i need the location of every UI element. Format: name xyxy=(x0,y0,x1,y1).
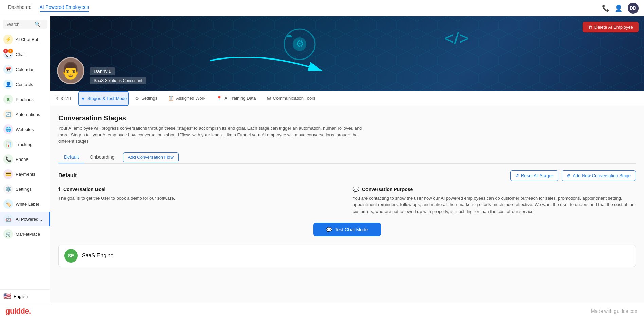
saas-engine-row: SE SaaS Engine xyxy=(58,245,636,267)
chat-bubble-icon: 💬 xyxy=(353,186,359,193)
sidebar-item-pipelines[interactable]: $ Pipelines xyxy=(0,92,50,107)
sidebar-item-contacts[interactable]: 👤 Contacts xyxy=(0,77,50,92)
sidebar-item-ai-powered[interactable]: 🤖 AI Powered... xyxy=(0,212,50,226)
sidebar-item-ai-chat-bot[interactable]: ⚡ AI Chat Bot xyxy=(0,32,50,47)
phone-icon[interactable]: 📞 xyxy=(602,4,609,12)
conversation-purpose-card: 💬 Conversation Purpose You are contactin… xyxy=(353,186,636,215)
conversation-stages-desc: Your AI employee will progress conversat… xyxy=(58,125,364,145)
add-conversation-flow-button[interactable]: Add Conversation Flow xyxy=(123,152,179,162)
goal-card-header: ℹ Conversation Goal xyxy=(58,186,342,193)
language-label: English xyxy=(14,294,28,299)
contacts-icon: 👤 xyxy=(3,80,13,89)
saas-engine-avatar: SE xyxy=(64,249,78,263)
tab-assigned-work-label: Assigned Work xyxy=(176,96,205,101)
info-icon: ℹ xyxy=(58,186,60,193)
sidebar: 🔍 ⚡ AI Chat Bot 💬 Chat 1 1 📅 Calendar xyxy=(0,16,50,303)
goal-card-body: The goal is to get the User to book a de… xyxy=(58,195,342,202)
sub-tabs: Default Onboarding Add Conversation Flow xyxy=(58,152,636,164)
conversation-goal-card: ℹ Conversation Goal The goal is to get t… xyxy=(58,186,342,215)
profile-details: Danny 6 SaaS Solutions Consultant xyxy=(90,67,146,84)
chat-mode-icon: 💬 xyxy=(326,227,332,232)
sidebar-item-chat[interactable]: 💬 Chat 1 1 xyxy=(0,47,50,62)
refresh-icon: ↺ xyxy=(515,173,519,178)
guidde-logo: guidde. xyxy=(5,307,31,316)
ai-chat-bot-icon: ⚡ xyxy=(3,35,13,44)
tab-stages-label: Stages & Test Mode xyxy=(87,96,127,101)
tab-communication-label: Communication Tools xyxy=(273,96,315,101)
tab-bar: $ 32.11 ▼ Stages & Test Mode ⚙ Settings … xyxy=(50,91,644,106)
sidebar-items: ⚡ AI Chat Bot 💬 Chat 1 1 📅 Calendar 👤 Co… xyxy=(0,31,50,289)
sidebar-item-label: Phone xyxy=(16,157,29,162)
pipelines-icon: $ xyxy=(3,95,13,104)
tab-settings[interactable]: ⚙ Settings xyxy=(130,91,162,106)
sidebar-item-label: AI Powered... xyxy=(16,217,42,222)
nav-tab-ai-powered[interactable]: AI Powered Employees xyxy=(40,4,89,12)
delete-ai-employee-button[interactable]: 🗑 Delete AI Employee xyxy=(583,22,639,32)
payments-icon: 💳 xyxy=(3,169,13,179)
sidebar-item-websites[interactable]: 🌐 Websites xyxy=(0,122,50,137)
white-label-icon: 🏷️ xyxy=(3,199,13,209)
user-avatar[interactable]: DD xyxy=(628,3,639,14)
profile-name: Danny 6 xyxy=(90,67,115,75)
assigned-work-icon: 📋 xyxy=(168,96,174,101)
conversation-stages-title: Conversation Stages xyxy=(58,114,636,122)
calendar-icon: 📅 xyxy=(3,65,13,74)
user-icon[interactable]: 👤 xyxy=(615,4,622,12)
trash-icon: 🗑 xyxy=(588,24,592,30)
balance-value: 32.11 xyxy=(61,96,72,101)
svg-text:☁: ☁ xyxy=(286,31,293,39)
nav-tabs: Dashboard AI Powered Employees xyxy=(8,4,89,12)
tab-ai-training-label: AI Training Data xyxy=(224,96,256,101)
purpose-card-title: Conversation Purpose xyxy=(362,187,413,192)
nav-tab-dashboard[interactable]: Dashboard xyxy=(8,4,32,12)
sidebar-item-automations[interactable]: 🔄 Automations xyxy=(0,107,50,122)
cloud-gear-icon: ⚙ ☁ xyxy=(276,24,323,65)
tab-ai-training[interactable]: 📍 AI Training Data xyxy=(212,91,261,106)
nav-right: 📞 👤 DD xyxy=(602,3,639,14)
chat-badge-2: 1 xyxy=(8,49,13,53)
content-area: ⚙ ☁ </> 🗑 Delete AI Employee 👨 Danny 6 xyxy=(50,16,644,303)
sidebar-search-area: 🔍 xyxy=(0,16,50,31)
top-nav: Dashboard AI Powered Employees 📞 👤 DD xyxy=(0,0,644,16)
settings-sidebar-icon: ⚙️ xyxy=(3,184,13,194)
bottom-bar: guidde. Made with guidde.com xyxy=(0,303,644,319)
reset-all-stages-button[interactable]: ↺ Reset All Stages xyxy=(510,170,558,181)
balance-label: $ xyxy=(56,96,58,101)
sidebar-item-tracking[interactable]: 📊 Tracking xyxy=(0,137,50,152)
sidebar-item-settings[interactable]: ⚙️ Settings xyxy=(0,182,50,197)
tab-settings-label: Settings xyxy=(141,96,157,101)
sidebar-item-label: Payments xyxy=(16,172,35,177)
add-new-conversation-stage-button[interactable]: ⊕ Add New Conversation Stage xyxy=(562,170,636,181)
sub-tab-onboarding[interactable]: Onboarding xyxy=(84,152,120,163)
sidebar-item-label: Settings xyxy=(16,187,32,192)
sidebar-item-label: Calendar xyxy=(16,67,34,72)
tab-stages-test-mode[interactable]: ▼ Stages & Test Mode xyxy=(78,91,129,106)
sidebar-item-calendar[interactable]: 📅 Calendar xyxy=(0,62,50,77)
sidebar-item-phone[interactable]: 📞 Phone xyxy=(0,152,50,167)
sidebar-item-white-label[interactable]: 🏷️ White Label xyxy=(0,197,50,212)
settings-tab-icon: ⚙ xyxy=(135,96,139,101)
sidebar-item-label: Websites xyxy=(16,127,34,132)
sidebar-item-payments[interactable]: 💳 Payments xyxy=(0,167,50,182)
tab-communication-tools[interactable]: ✉ Communication Tools xyxy=(262,91,320,106)
search-box[interactable]: 🔍 xyxy=(3,20,47,29)
profile-avatar: 👨 xyxy=(57,57,84,84)
sidebar-item-label: MarketPlace xyxy=(16,232,40,237)
test-chat-container: 💬 Test Chat Mode xyxy=(58,223,636,245)
communication-icon: ✉ xyxy=(267,96,271,101)
sidebar-item-label: Pipelines xyxy=(16,97,34,102)
stage-section-header: Default ↺ Reset All Stages ⊕ Add New Con… xyxy=(58,170,636,181)
main-content: Conversation Stages Your AI employee wil… xyxy=(50,106,644,303)
stage-name: Default xyxy=(58,172,77,179)
sidebar-item-label: Chat xyxy=(16,52,25,57)
sidebar-item-marketplace[interactable]: 🛒 MarketPlace xyxy=(0,226,50,241)
phone-sidebar-icon: 📞 xyxy=(3,154,13,164)
search-input[interactable] xyxy=(5,22,33,27)
sidebar-item-label: Automations xyxy=(16,112,40,117)
sidebar-language[interactable]: 🇺🇸 English xyxy=(0,289,50,303)
sub-tab-default[interactable]: Default xyxy=(58,152,84,163)
tab-assigned-work[interactable]: 📋 Assigned Work xyxy=(163,91,210,106)
sidebar-item-label: White Label xyxy=(16,202,39,207)
test-chat-mode-button[interactable]: 💬 Test Chat Mode xyxy=(313,223,381,236)
saas-engine-name: SaaS Engine xyxy=(82,253,113,259)
